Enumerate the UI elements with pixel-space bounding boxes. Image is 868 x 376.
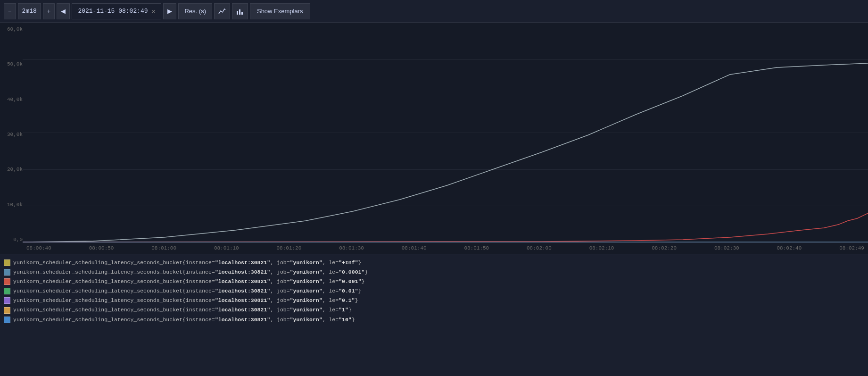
series-inf bbox=[23, 63, 868, 242]
toolbar: − 2m18 + ◀ 2021-11-15 08:02:49 ✕ ▶ Res. … bbox=[0, 0, 868, 23]
y-label-40k: 40,0k bbox=[2, 97, 23, 102]
y-axis: 60,0k 50,0k 40,0k 30,0k 20,0k 10,0k 0,0 bbox=[0, 23, 23, 254]
show-exemplars-button[interactable]: Show Exemplars bbox=[250, 3, 310, 19]
datetime-display: 2021-11-15 08:02:49 ✕ bbox=[72, 3, 161, 19]
legend-item-5: yunikorn_scheduler_scheduling_latency_se… bbox=[4, 306, 864, 314]
prev-button[interactable]: ◀ bbox=[57, 3, 70, 19]
resolution-button[interactable]: Res. (s) bbox=[178, 3, 212, 19]
x-label-4: 08:01:10 bbox=[214, 245, 239, 251]
x-label-9: 08:02:00 bbox=[527, 245, 552, 251]
x-label-14: 08:02:49 bbox=[839, 245, 864, 251]
legend-color-5 bbox=[4, 307, 10, 314]
svg-rect-2 bbox=[241, 12, 243, 15]
chart-svg bbox=[23, 23, 868, 242]
x-label-10: 08:02:10 bbox=[589, 245, 614, 251]
series-0001 bbox=[23, 213, 868, 242]
legend-item-6: yunikorn_scheduler_scheduling_latency_se… bbox=[4, 316, 864, 324]
legend-text-3: yunikorn_scheduler_scheduling_latency_se… bbox=[13, 287, 361, 295]
line-chart-button[interactable] bbox=[214, 3, 230, 19]
x-label-13: 08:02:40 bbox=[777, 245, 802, 251]
legend-area: yunikorn_scheduler_scheduling_latency_se… bbox=[0, 254, 868, 329]
y-label-20k: 20,0k bbox=[2, 167, 23, 172]
x-label-6: 08:01:30 bbox=[339, 245, 364, 251]
x-label-2: 08:00:50 bbox=[89, 245, 114, 251]
x-label-7: 08:01:40 bbox=[402, 245, 427, 251]
legend-item-2: yunikorn_scheduler_scheduling_latency_se… bbox=[4, 278, 864, 285]
y-label-60k: 60,0k bbox=[2, 26, 23, 32]
legend-item-1: yunikorn_scheduler_scheduling_latency_se… bbox=[4, 268, 864, 276]
chart-inner: 08:00:40 08:00:50 08:01:00 08:01:10 08:0… bbox=[23, 23, 868, 254]
legend-text-4: yunikorn_scheduler_scheduling_latency_se… bbox=[13, 297, 358, 304]
y-label-30k: 30,0k bbox=[2, 132, 23, 137]
next-button[interactable]: ▶ bbox=[163, 3, 176, 19]
svg-rect-0 bbox=[237, 11, 238, 15]
legend-item-4: yunikorn_scheduler_scheduling_latency_se… bbox=[4, 297, 864, 304]
svg-rect-1 bbox=[239, 9, 240, 15]
datetime-clear-button[interactable]: ✕ bbox=[152, 8, 156, 15]
legend-text-0: yunikorn_scheduler_scheduling_latency_se… bbox=[13, 259, 361, 267]
legend-text-2: yunikorn_scheduler_scheduling_latency_se… bbox=[13, 278, 364, 285]
y-label-10k: 10,0k bbox=[2, 202, 23, 208]
legend-text-1: yunikorn_scheduler_scheduling_latency_se… bbox=[13, 268, 368, 276]
x-label-1: 08:00:40 bbox=[26, 245, 51, 251]
bar-chart-button[interactable] bbox=[232, 3, 248, 19]
legend-color-1 bbox=[4, 269, 10, 276]
legend-color-4 bbox=[4, 297, 10, 304]
legend-text-6: yunikorn_scheduler_scheduling_latency_se… bbox=[13, 316, 355, 324]
legend-item-0: yunikorn_scheduler_scheduling_latency_se… bbox=[4, 259, 864, 267]
line-chart-icon bbox=[218, 7, 226, 16]
legend-color-2 bbox=[4, 278, 10, 285]
legend-text-5: yunikorn_scheduler_scheduling_latency_se… bbox=[13, 306, 352, 314]
minus-button[interactable]: − bbox=[4, 3, 16, 19]
y-label-0: 0,0 bbox=[2, 237, 23, 242]
zoom-badge: 2m18 bbox=[18, 3, 41, 19]
x-label-11: 08:02:20 bbox=[652, 245, 677, 251]
x-label-12: 08:02:30 bbox=[714, 245, 739, 251]
x-axis: 08:00:40 08:00:50 08:01:00 08:01:10 08:0… bbox=[23, 242, 868, 254]
x-label-8: 08:01:50 bbox=[464, 245, 489, 251]
plus-button[interactable]: + bbox=[43, 3, 55, 19]
legend-color-0 bbox=[4, 259, 10, 266]
chart-area: 60,0k 50,0k 40,0k 30,0k 20,0k 10,0k 0,0 bbox=[0, 23, 868, 254]
legend-color-3 bbox=[4, 288, 10, 294]
y-label-50k: 50,0k bbox=[2, 61, 23, 67]
legend-item-3: yunikorn_scheduler_scheduling_latency_se… bbox=[4, 287, 864, 295]
bar-chart-icon bbox=[236, 7, 244, 16]
x-label-5: 08:01:20 bbox=[277, 245, 302, 251]
legend-color-6 bbox=[4, 317, 10, 323]
datetime-value: 2021-11-15 08:02:49 bbox=[78, 8, 148, 15]
x-label-3: 08:01:00 bbox=[151, 245, 176, 251]
